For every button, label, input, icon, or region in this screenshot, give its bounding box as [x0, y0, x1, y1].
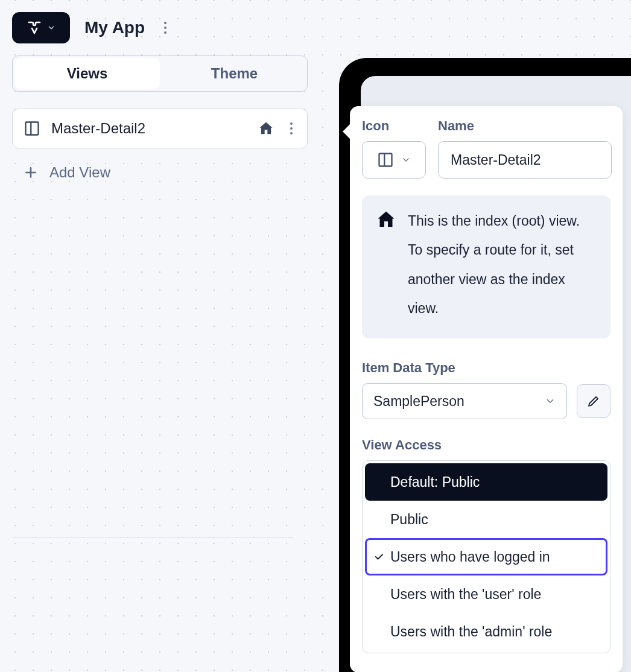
view-access-section: View Access Default: Public Public Users… [362, 437, 610, 653]
view-list-item[interactable]: Master-Detail2 [12, 109, 308, 148]
left-panel: My App Views Theme Master-Detail2 Add Vi… [12, 12, 308, 188]
access-option-admin-role[interactable]: Users with the 'admin' role [365, 613, 607, 650]
pencil-icon [586, 394, 601, 408]
svg-rect-2 [379, 154, 392, 166]
tabs: Views Theme [12, 55, 308, 92]
item-data-type-label: Item Data Type [362, 360, 610, 376]
vaadin-logo-icon [27, 21, 42, 35]
svg-rect-0 [26, 122, 39, 135]
home-icon [258, 120, 274, 137]
app-switcher-button[interactable] [12, 12, 70, 43]
add-view-button[interactable]: Add View [12, 157, 308, 188]
icon-label: Icon [362, 118, 426, 134]
icon-field: Icon [362, 118, 426, 179]
left-divider [12, 537, 293, 537]
edit-data-type-button[interactable] [577, 384, 610, 418]
tab-views[interactable]: Views [14, 58, 160, 89]
icon-picker[interactable] [362, 141, 426, 179]
tab-theme[interactable]: Theme [162, 56, 307, 91]
home-icon [375, 209, 397, 323]
view-item-name: Master-Detail2 [51, 120, 247, 137]
app-header: My App [12, 12, 308, 43]
item-data-type-section: Item Data Type SamplePerson [362, 360, 610, 419]
columns-icon [24, 120, 40, 137]
item-data-type-select[interactable]: SamplePerson [362, 383, 567, 419]
columns-icon [377, 151, 394, 168]
view-item-more-menu[interactable] [285, 118, 297, 139]
view-settings-popover: Icon Name This is the index (root) view.… [350, 106, 623, 672]
view-name-input[interactable] [438, 141, 612, 179]
access-option-public[interactable]: Public [365, 501, 607, 538]
chevron-down-icon [401, 155, 411, 165]
view-access-label: View Access [362, 437, 610, 453]
app-more-menu[interactable] [159, 17, 171, 39]
chevron-down-icon [545, 396, 556, 407]
check-icon [373, 551, 384, 562]
access-option-user-role[interactable]: Users with the 'user' role [365, 575, 607, 613]
access-option-label: Users who have logged in [390, 549, 550, 565]
plus-icon [23, 165, 39, 180]
add-view-label: Add View [49, 164, 110, 181]
name-label: Name [438, 118, 612, 134]
name-field: Name [438, 118, 612, 179]
view-access-dropdown: Default: Public Public Users who have lo… [362, 460, 610, 653]
access-option-default-public[interactable]: Default: Public [365, 463, 607, 501]
info-text: This is the index (root) view. To specif… [408, 206, 597, 323]
item-data-type-value: SamplePerson [373, 393, 465, 410]
index-view-info-box: This is the index (root) view. To specif… [362, 195, 610, 338]
access-option-logged-in[interactable]: Users who have logged in [365, 538, 607, 575]
app-title: My App [84, 18, 145, 37]
chevron-down-icon [47, 24, 55, 32]
